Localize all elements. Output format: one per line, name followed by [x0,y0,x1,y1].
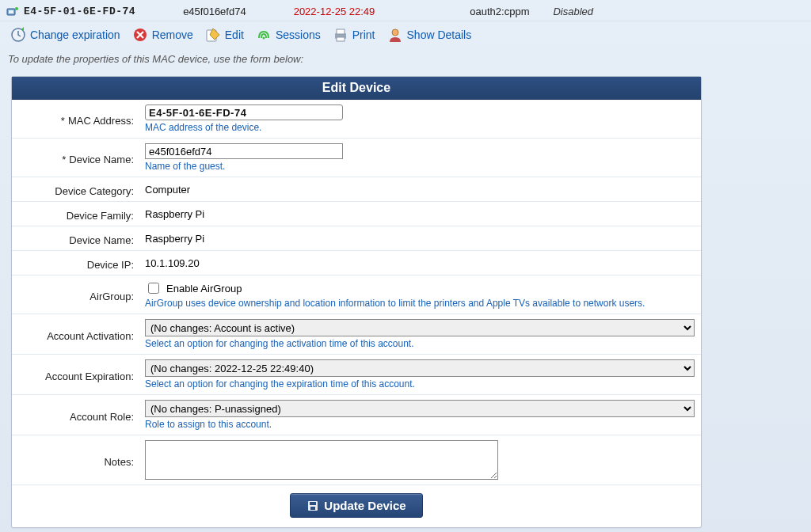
print-link[interactable]: Print [332,26,375,44]
show-details-link[interactable]: Show Details [386,26,472,44]
airgroup-label: AirGroup: [12,276,139,314]
account-role-select[interactable]: (No changes: P-unassigned) [145,400,695,417]
save-icon [307,500,319,512]
print-icon [332,26,349,44]
airgroup-enable-option[interactable]: Enable AirGroup [145,280,695,296]
short-name-text: e45f016efd74 [183,6,246,17]
device-ip-value: 10.1.109.20 [145,257,695,269]
airgroup-helper: AirGroup uses device ownership and locat… [145,298,695,309]
print-label: Print [352,28,375,41]
clock-icon [10,26,27,44]
panel-title: Edit Device [12,77,701,100]
update-device-label: Update Device [324,499,406,512]
svg-point-6 [262,37,265,40]
edit-label: Edit [225,28,244,41]
mac-address-label: *MAC Address: [12,100,139,138]
svg-rect-12 [310,502,316,505]
mac-address-helper: MAC address of the device. [145,122,695,133]
mac-address-input[interactable] [145,104,343,120]
remove-icon [131,26,149,44]
sessions-icon [255,26,272,44]
edit-device-panel: Edit Device *MAC Address: MAC address of… [11,76,702,528]
device-category-label: Device Category: [12,177,139,201]
status-text: Disabled [553,6,593,17]
device-family-label: Device Family: [12,202,139,226]
account-expiration-select[interactable]: (No changes: 2022-12-25 22:49:40) [145,359,695,377]
account-activation-label: Account Activation: [12,314,139,354]
person-icon [386,26,404,44]
device-name2-value: Raspberry Pi [145,233,695,245]
device-ip-label: Device IP: [12,251,139,275]
change-expiration-link[interactable]: Change expiration [10,26,120,44]
device-category-value: Computer [145,184,695,196]
device-family-value: Raspberry Pi [145,208,695,220]
update-device-button[interactable]: Update Device [290,493,422,518]
change-expiration-label: Change expiration [30,28,120,41]
account-role-label: Account Role: [12,395,139,435]
timestamp-text: 2022-12-25 22:49 [294,6,375,17]
sessions-link[interactable]: Sessions [255,26,321,44]
airgroup-checkbox[interactable] [148,283,159,294]
svg-rect-13 [310,507,315,510]
account-expiration-label: Account Expiration: [12,355,139,394]
account-expiration-helper: Select an option for changing the expira… [145,378,695,390]
account-activation-select[interactable]: (No changes: Account is active) [145,319,695,336]
edit-link[interactable]: Edit [204,26,244,44]
edit-icon [204,26,222,44]
action-toolbar: Change expiration Remove Edit Sessions P… [0,21,811,50]
airgroup-checkbox-label: Enable AirGroup [166,283,242,294]
svg-point-2 [15,7,18,10]
device-name2-label: Device Name: [12,226,139,250]
account-role-helper: Role to assign to this account. [145,419,695,430]
sponsor-text: oauth2:cppm [470,6,529,17]
notes-label: Notes: [12,435,139,484]
svg-rect-8 [337,29,345,34]
device-name-input[interactable] [145,143,343,159]
svg-point-10 [392,29,398,36]
remove-link[interactable]: Remove [131,26,193,44]
form-hint-text: To update the properties of this MAC dev… [0,50,811,73]
show-details-label: Show Details [407,28,472,41]
account-activation-helper: Select an option for changing the activa… [145,338,695,349]
svg-rect-1 [9,10,13,13]
device-icon [6,5,19,17]
remove-label: Remove [152,28,193,41]
notes-textarea[interactable] [145,440,498,480]
svg-rect-9 [337,37,345,41]
device-name-helper: Name of the guest. [145,161,695,172]
device-summary-row: E4-5F-01-6E-FD-74 e45f016efd74 2022-12-2… [0,0,811,21]
sessions-label: Sessions [276,28,321,41]
mac-address-text: E4-5F-01-6E-FD-74 [24,6,135,17]
required-footnote: * required field [0,528,811,532]
device-name-label: *Device Name: [12,139,139,177]
